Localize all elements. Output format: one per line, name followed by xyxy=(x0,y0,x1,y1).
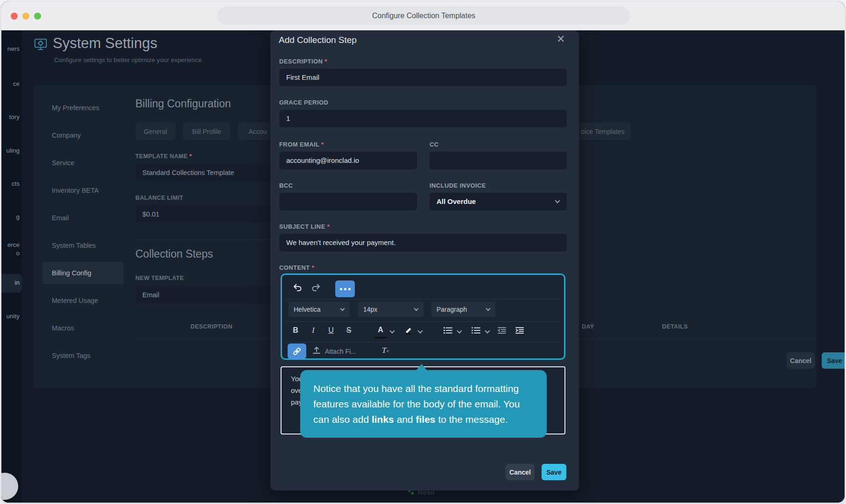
page-subtitle: Configure settings to better optimize yo… xyxy=(54,56,204,63)
clear-formatting-button[interactable]: T× xyxy=(382,346,389,355)
bullet-list-button[interactable] xyxy=(470,322,482,338)
sidebar-item-clipped[interactable]: unity xyxy=(6,313,20,320)
column-header-details: DETAILS xyxy=(662,323,688,330)
attach-file-icon[interactable] xyxy=(312,346,321,355)
chevron-down-icon xyxy=(555,198,560,203)
settings-nav-billing-config[interactable]: Billing Config xyxy=(52,269,92,277)
bcc-label: BCC xyxy=(279,182,293,189)
section-divider xyxy=(135,239,270,240)
settings-nav-system-tags[interactable]: System Tags xyxy=(52,352,91,359)
sidebar-item-clipped[interactable]: tory xyxy=(9,113,20,120)
settings-nav-service[interactable]: Service xyxy=(52,159,74,167)
attach-file-label[interactable]: Attach Fi... xyxy=(325,348,356,355)
font-size-select[interactable]: 14px xyxy=(358,302,423,317)
description-label: DESCRIPTION * xyxy=(279,58,327,65)
outdent-button[interactable] xyxy=(496,322,508,338)
app-sidebar: ners ce tory uling cts g erce o in unity xyxy=(1,30,22,503)
description-input[interactable]: First Email xyxy=(279,69,567,86)
more-options-button[interactable] xyxy=(335,280,355,297)
highlight-color-button[interactable] xyxy=(402,322,415,338)
chevron-down-icon[interactable] xyxy=(457,328,462,333)
indent-button[interactable] xyxy=(514,322,526,338)
include-invoice-select[interactable]: All Overdue xyxy=(430,193,567,210)
strikethrough-button[interactable]: S xyxy=(343,322,355,338)
tab-bill-profile[interactable]: Bill Profile xyxy=(183,123,230,140)
tutorial-tooltip: Notice that you have all the standard fo… xyxy=(300,370,547,438)
from-email-label: FROM EMAIL * xyxy=(279,141,324,148)
chevron-down-icon xyxy=(340,307,345,311)
sidebar-item-clipped[interactable]: o xyxy=(16,250,20,257)
sidebar-item-clipped[interactable]: g xyxy=(16,213,20,220)
toolbar-divider xyxy=(286,342,560,343)
cancel-button[interactable]: Cancel xyxy=(506,464,535,480)
content-label: CONTENT * xyxy=(279,264,314,271)
balance-limit-input[interactable]: $0.01 xyxy=(135,205,275,223)
undo-icon[interactable] xyxy=(292,282,303,293)
include-invoice-label: INCLUDE INVOICE xyxy=(430,182,486,189)
subject-line-input[interactable]: We haven't received your payment. xyxy=(279,234,567,252)
settings-nav-my-preferences[interactable]: My Preferences xyxy=(52,104,99,112)
system-settings-icon xyxy=(34,38,47,51)
chevron-down-icon xyxy=(414,307,419,311)
background-save-button[interactable]: Save xyxy=(822,352,845,369)
app-window: Configure Collection Templates ners ce t… xyxy=(1,1,845,503)
redo-icon[interactable] xyxy=(311,282,321,293)
required-asterisk: * xyxy=(190,153,192,160)
zoom-window-icon[interactable] xyxy=(34,13,41,20)
save-button[interactable]: Save xyxy=(542,464,566,480)
sidebar-item-clipped[interactable]: erce xyxy=(7,241,20,248)
bold-button[interactable]: B xyxy=(289,322,302,338)
from-email-input[interactable]: accounting@ironclad.io xyxy=(279,152,417,169)
subject-line-label: SUBJECT LINE * xyxy=(279,223,330,230)
settings-nav-system-tables[interactable]: System Tables xyxy=(52,242,96,249)
grace-period-input[interactable]: 1 xyxy=(279,110,567,127)
sidebar-item-clipped[interactable]: uling xyxy=(6,147,20,154)
background-cancel-button[interactable]: Cancel xyxy=(787,352,815,369)
tab-invoice-templates-clipped[interactable]: oice Templates xyxy=(575,123,631,140)
chevron-down-icon[interactable] xyxy=(417,328,423,333)
template-name-label: TEMPLATE NAME * xyxy=(135,153,192,160)
required-asterisk: * xyxy=(312,264,314,271)
cc-label: CC xyxy=(430,141,439,148)
column-header-description: DESCRIPTION xyxy=(190,323,233,330)
tab-general[interactable]: General xyxy=(135,123,176,140)
toolbar-divider xyxy=(286,322,560,322)
bcc-input[interactable] xyxy=(279,193,417,210)
settings-nav-macros[interactable]: Macros xyxy=(52,324,74,332)
insert-link-button[interactable] xyxy=(288,343,306,359)
help-avatar-circle[interactable] xyxy=(1,473,18,500)
modal-title: Add Collection Step xyxy=(279,34,357,46)
grace-period-label: GRACE PERIOD xyxy=(279,99,328,106)
required-asterisk: * xyxy=(324,58,327,65)
minimize-window-icon[interactable] xyxy=(22,13,29,20)
sidebar-item-clipped[interactable]: ce xyxy=(13,80,20,87)
window-title: Configure Collection Templates xyxy=(217,7,630,25)
settings-nav-metered-usage[interactable]: Metered Usage xyxy=(52,297,98,304)
font-family-select[interactable]: Helvetica xyxy=(289,302,350,317)
tooltip-bold-files: files xyxy=(416,414,436,425)
settings-nav-company[interactable]: Company xyxy=(52,132,81,139)
cc-input[interactable] xyxy=(430,152,567,169)
toolbar-divider xyxy=(286,299,560,300)
chevron-down-icon[interactable] xyxy=(485,328,490,333)
ordered-list-button[interactable] xyxy=(442,322,454,338)
new-template-input[interactable]: Email xyxy=(135,286,275,304)
sidebar-item-clipped[interactable]: cts xyxy=(12,180,20,187)
close-icon[interactable]: ✕ xyxy=(557,33,565,45)
close-window-icon[interactable] xyxy=(11,13,18,20)
sidebar-item-clipped-selected[interactable]: in xyxy=(14,279,20,286)
text-color-button[interactable]: A xyxy=(374,322,387,338)
italic-button[interactable]: I xyxy=(307,322,319,338)
window-title-text: Configure Collection Templates xyxy=(372,12,475,20)
sidebar-item-clipped[interactable]: ners xyxy=(7,45,20,52)
template-name-input[interactable]: Standard Collections Template xyxy=(135,164,275,182)
tooltip-bold-links: links xyxy=(372,414,394,425)
settings-nav-inventory[interactable]: Inventory BETA xyxy=(52,187,99,194)
new-template-label: NEW TEMPLATE xyxy=(135,275,184,281)
tooltip-arrow xyxy=(416,364,427,371)
required-asterisk: * xyxy=(327,223,330,230)
paragraph-style-select[interactable]: Paragraph xyxy=(431,302,495,317)
settings-nav-email[interactable]: Email xyxy=(52,214,69,222)
chevron-down-icon[interactable] xyxy=(389,328,395,333)
underline-button[interactable]: U xyxy=(325,322,337,338)
